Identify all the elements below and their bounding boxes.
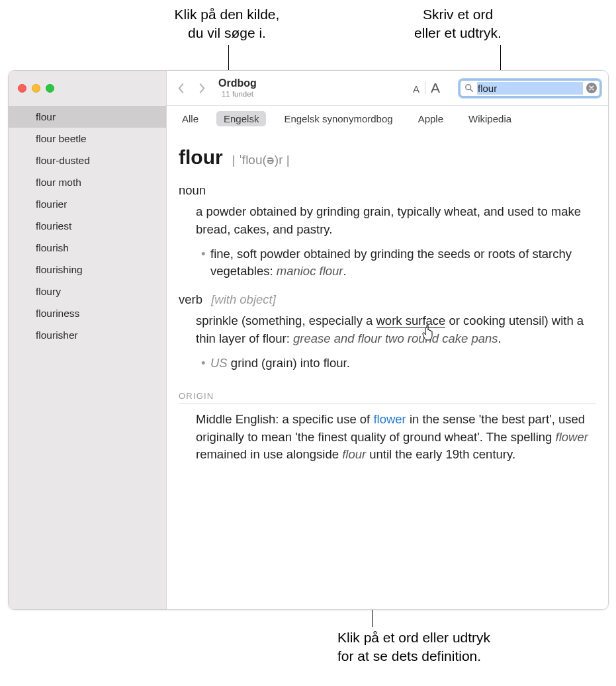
definition-text: .: [498, 331, 502, 345]
example-text: manioc flour: [277, 264, 343, 278]
sidebar-item[interactable]: flour moth: [9, 171, 166, 193]
origin-italic: flower: [556, 430, 588, 444]
definition-content: flour | ˈflou(ə)r | noun a powder obtain…: [167, 133, 608, 609]
pos-label: verb: [179, 292, 202, 306]
window-controls: [9, 71, 166, 106]
source-tabs: Alle Engelsk Engelsk synonymordbog Apple…: [167, 106, 608, 133]
svg-line-1: [470, 89, 472, 91]
main-content: Ordbog 11 fundet A A flour: [167, 71, 608, 609]
sidebar: flour flour beetle flour-dusted flour mo…: [9, 71, 167, 609]
origin-italic: flour: [342, 447, 366, 461]
verb-subdefinition: US grind (grain) into flour.: [201, 355, 596, 372]
tab-wikipedia[interactable]: Wikipedia: [461, 111, 519, 126]
sidebar-item[interactable]: flourier: [9, 193, 166, 215]
definition-text: a powder obtained by grinding grain, typ…: [196, 204, 581, 236]
cross-reference-link[interactable]: work surface: [376, 314, 446, 328]
sidebar-item[interactable]: flour beetle: [9, 128, 166, 150]
close-window-button[interactable]: [18, 84, 26, 93]
example-text: grease and flour two round cake pans: [293, 331, 498, 345]
dictionary-window: flour flour beetle flour-dusted flour mo…: [8, 70, 609, 610]
toolbar: Ordbog 11 fundet A A flour: [167, 71, 608, 106]
forward-button[interactable]: [193, 79, 210, 97]
verb-qualifier: [with object]: [211, 292, 276, 306]
origin-text: until the early 19th century.: [366, 447, 515, 461]
pos-verb: verb [with object]: [179, 292, 596, 307]
sidebar-item[interactable]: flouriest: [9, 215, 166, 237]
region-label: US: [210, 356, 228, 370]
callout-search: Skriv et ord eller et udtryk.: [375, 5, 541, 43]
tab-thesaurus[interactable]: Engelsk synonymordbog: [277, 111, 400, 126]
sidebar-item[interactable]: flour-dusted: [9, 150, 166, 171]
app-title: Ordbog: [218, 77, 257, 89]
headword: flour: [179, 146, 223, 169]
search-icon: [464, 83, 474, 93]
search-field[interactable]: flour: [459, 79, 601, 98]
results-count: 11 fundet: [218, 90, 257, 99]
sidebar-list: flour flour beetle flour-dusted flour mo…: [9, 106, 166, 609]
sidebar-item[interactable]: flourisher: [9, 324, 166, 346]
origin-text: remained in use alongside: [196, 447, 342, 461]
minimize-window-button[interactable]: [32, 84, 40, 93]
callout-line: [500, 45, 501, 71]
sidebar-item[interactable]: flouriness: [9, 302, 166, 324]
font-size-controls: A A: [408, 80, 445, 96]
callout-source: Klik på den kilde, du vil søge i.: [141, 5, 313, 43]
pos-noun: noun: [179, 183, 596, 198]
origin-body: Middle English: a specific use of flower…: [196, 411, 596, 464]
origin-heading: ORIGIN: [179, 391, 596, 404]
callout-definition: Klik på et ord eller udtryk for at se de…: [337, 628, 576, 666]
font-increase-button[interactable]: A: [425, 80, 445, 96]
tab-apple[interactable]: Apple: [411, 111, 451, 126]
sidebar-item[interactable]: flour: [9, 106, 166, 128]
tab-all[interactable]: Alle: [175, 111, 206, 126]
definition-text: .: [343, 264, 347, 278]
pronunciation: | ˈflou(ə)r |: [232, 152, 290, 167]
headword-row: flour | ˈflou(ə)r |: [179, 146, 596, 169]
tab-english[interactable]: Engelsk: [216, 111, 266, 126]
fullscreen-window-button[interactable]: [46, 84, 54, 93]
definition-text: grind (grain) into flour.: [228, 356, 350, 370]
noun-subdefinition: fine, soft powder obtained by grinding t…: [201, 245, 596, 281]
search-input-value[interactable]: flour: [477, 82, 583, 95]
sidebar-item[interactable]: floury: [9, 280, 166, 302]
definition-text: sprinkle (something, especially a: [196, 314, 376, 327]
cross-reference-link[interactable]: flower: [373, 412, 406, 426]
verb-definition: sprinkle (something, especially a work s…: [196, 312, 596, 372]
definition-text: fine, soft powder obtained by grinding t…: [210, 247, 572, 279]
back-button[interactable]: [172, 79, 189, 97]
noun-definition: a powder obtained by grinding grain, typ…: [196, 203, 596, 280]
sidebar-item[interactable]: flourishing: [9, 259, 166, 280]
font-decrease-button[interactable]: A: [408, 83, 425, 95]
title-block: Ordbog 11 fundet: [218, 77, 257, 98]
origin-text: Middle English: a specific use of: [196, 412, 373, 426]
clear-search-button[interactable]: [586, 83, 597, 93]
sidebar-item[interactable]: flourish: [9, 237, 166, 259]
